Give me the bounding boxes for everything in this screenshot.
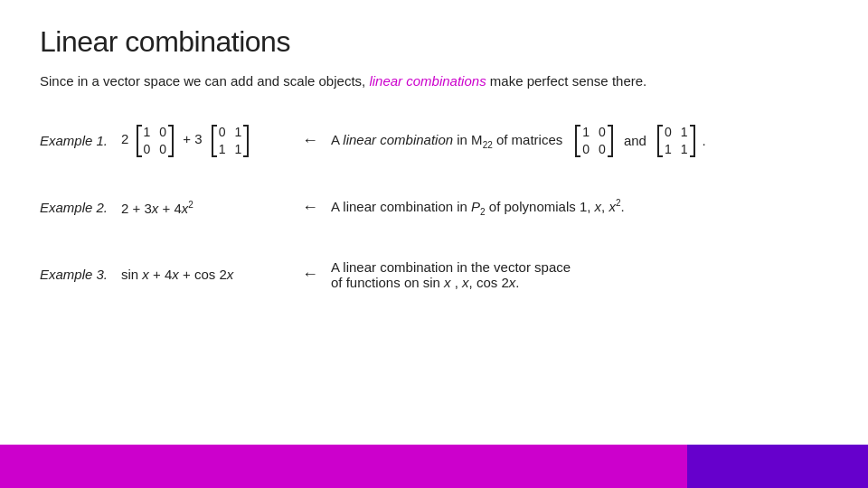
arrow-3: ← (302, 265, 318, 284)
example-3-row: Example 3. sin x + 4x + cos 2x ← A linea… (40, 253, 828, 296)
footer-bar (0, 445, 868, 488)
example-2-desc: ← A linear combination in P2 of polynomi… (302, 198, 625, 217)
example-1-label: Example 1. (40, 133, 121, 148)
slide-content: Linear combinations Since in a vector sp… (0, 0, 868, 443)
example-3-math: sin x + 4x + cos 2x (121, 267, 302, 282)
footer-purple (687, 445, 868, 488)
subtitle: Since in a vector space we can add and s… (40, 71, 828, 92)
matrix-ref-1: 10 00 (575, 124, 613, 157)
example-3-label: Example 3. (40, 267, 121, 282)
example-1-desc: ← A linear combination in M22 of matrice… (302, 124, 706, 157)
examples-container: Example 1. 2 10 00 + 3 01 (40, 119, 828, 296)
arrow-1: ← (302, 131, 318, 150)
example-1-row: Example 1. 2 10 00 + 3 01 (40, 119, 828, 163)
example-2-label: Example 2. (40, 200, 121, 215)
matrix-ref-2: 01 11 (657, 124, 695, 157)
matrix-2: 01 11 (212, 124, 250, 157)
footer-magenta (0, 445, 687, 488)
subtitle-before: Since in a vector space we can add and s… (40, 73, 365, 89)
subtitle-highlight: linear combinations (369, 73, 486, 89)
subtitle-after: make perfect sense there. (490, 73, 646, 89)
arrow-2: ← (302, 198, 318, 217)
example-2-row: Example 2. 2 + 3x + 4x2 ← A linear combi… (40, 186, 828, 230)
matrix-1: 10 00 (137, 124, 175, 157)
example-3-desc: ← A linear combination in the vector spa… (302, 259, 571, 290)
example-2-math: 2 + 3x + 4x2 (121, 200, 302, 216)
slide-title: Linear combinations (40, 25, 828, 59)
example-1-math: 2 10 00 + 3 01 11 (121, 124, 302, 157)
